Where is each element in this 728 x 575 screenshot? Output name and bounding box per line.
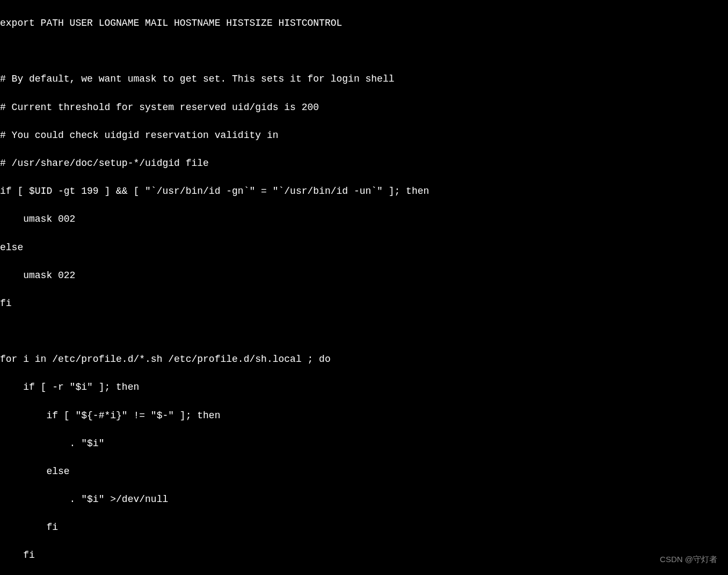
code-line: else	[0, 464, 728, 478]
csdn-watermark: CSDN @守灯者	[660, 554, 717, 565]
terminal-content[interactable]: export PATH USER LOGNAME MAIL HOSTNAME H…	[0, 0, 728, 575]
code-line	[0, 44, 728, 58]
code-line: umask 002	[0, 212, 728, 226]
code-line: fi	[0, 548, 728, 562]
code-line: if [ $UID -gt 199 ] && [ "`/usr/bin/id -…	[0, 184, 728, 198]
code-line: fi	[0, 520, 728, 534]
code-line: umask 022	[0, 268, 728, 282]
code-line: # By default, we want umask to get set. …	[0, 72, 728, 86]
code-line	[0, 324, 728, 338]
code-line: if [ "${-#*i}" != "$-" ]; then	[0, 409, 728, 423]
code-line: # Current threshold for system reserved …	[0, 100, 728, 114]
code-line: if [ -r "$i" ]; then	[0, 380, 728, 394]
code-line: export PATH USER LOGNAME MAIL HOSTNAME H…	[0, 16, 728, 30]
code-line: # You could check uidgid reservation val…	[0, 128, 728, 142]
code-line: fi	[0, 296, 728, 310]
code-line: . "$i"	[0, 436, 728, 450]
code-line: else	[0, 241, 728, 254]
code-line: . "$i" >/dev/null	[0, 492, 728, 506]
code-line: # /usr/share/doc/setup-*/uidgid file	[0, 156, 728, 170]
code-line: for i in /etc/profile.d/*.sh /etc/profil…	[0, 352, 728, 366]
